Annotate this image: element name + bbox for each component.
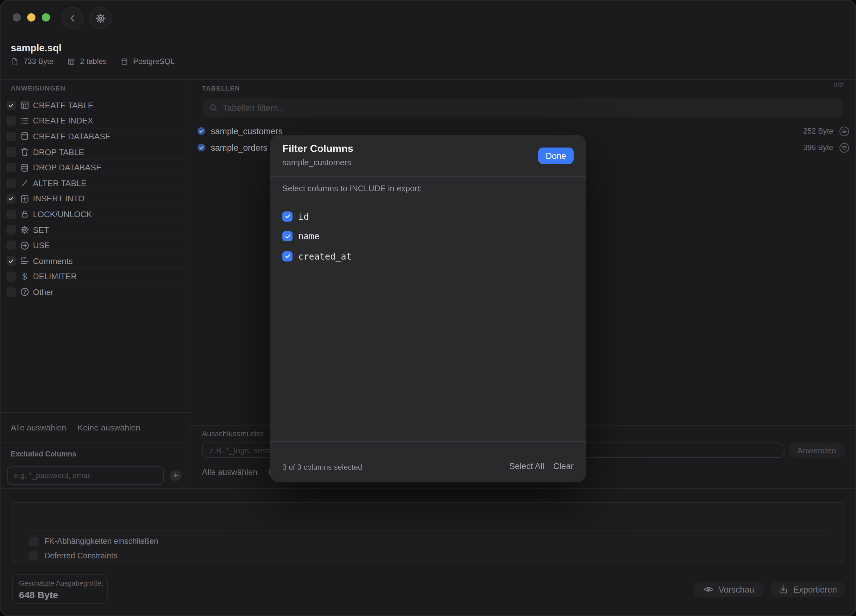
add-excluded-column-button[interactable]: +: [170, 470, 181, 481]
statement-label: INSERT INTO: [33, 194, 85, 203]
option-row[interactable]: Deferred Constraints: [28, 548, 158, 563]
export-icon: [778, 584, 788, 594]
table-grid-icon: [20, 100, 30, 111]
table-name: sample_customers: [211, 126, 283, 136]
exclusion-pattern-label: Ausschlussmuster: [202, 429, 264, 438]
option-checkbox[interactable]: [28, 537, 38, 546]
database-icon: [20, 131, 30, 142]
statement-list: CREATE TABLECREATE INDEXCREATE DATABASED…: [0, 97, 191, 300]
column-row[interactable]: id: [282, 206, 352, 226]
options-checkbox-list: FK-Abhängigkeiten einschließenDeferred C…: [28, 534, 158, 563]
select-all-link[interactable]: Select All: [509, 462, 544, 471]
settings-button[interactable]: [89, 7, 111, 29]
table-size: 396 Byte: [803, 143, 833, 152]
column-name: id: [298, 211, 309, 222]
column-row[interactable]: name: [282, 226, 352, 246]
table-filter-box[interactable]: [202, 98, 843, 117]
option-row[interactable]: FK-Abhängigkeiten einschließen: [28, 534, 158, 548]
table-checked-icon[interactable]: [197, 143, 206, 152]
statement-row[interactable]: CREATE INDEX: [0, 113, 191, 128]
pencil-slash-icon: [20, 178, 30, 188]
statement-label: USE: [33, 240, 50, 250]
statement-row[interactable]: CREATE TABLE: [0, 97, 191, 113]
export-button[interactable]: Exportieren: [771, 582, 845, 597]
statement-row[interactable]: ALTER TABLE: [0, 176, 191, 191]
back-button[interactable]: [62, 7, 83, 29]
column-row[interactable]: created_at: [282, 246, 352, 266]
excluded-columns-input[interactable]: [7, 466, 164, 485]
statement-checkbox[interactable]: [6, 287, 16, 297]
statement-checkbox[interactable]: [6, 100, 16, 110]
tables-select-all-link[interactable]: Alle auswählen: [202, 467, 257, 477]
close-button[interactable]: [13, 13, 21, 22]
minimize-button[interactable]: [27, 13, 35, 22]
sql-dialect: PostgreSQL: [133, 57, 175, 66]
statement-checkbox[interactable]: [6, 131, 16, 141]
statement-checkbox[interactable]: [6, 256, 16, 266]
modal-footer-divider: [270, 441, 586, 442]
statement-row[interactable]: USE: [0, 238, 191, 253]
statement-checkbox[interactable]: [6, 116, 16, 126]
preview-label: Vorschau: [719, 585, 754, 594]
table-name: sample_orders: [211, 143, 268, 152]
export-label: Exportieren: [793, 585, 837, 594]
estimate-label: Geschätzte Ausgabegröße:: [19, 579, 103, 587]
statement-checkbox[interactable]: [6, 163, 16, 172]
statement-checkbox[interactable]: [6, 178, 16, 188]
sidebar-select-all-link[interactable]: Alle auswählen: [11, 423, 66, 433]
question-circle-icon: ?: [20, 287, 30, 297]
modal-subtitle: sample_customers: [282, 158, 351, 167]
database-icon: [121, 57, 129, 66]
statement-checkbox[interactable]: [6, 240, 16, 250]
statement-row[interactable]: DROP DATABASE: [0, 160, 191, 176]
sidebar-section-divider2: [0, 442, 191, 443]
traffic-lights: [13, 13, 50, 22]
preview-button[interactable]: Vorschau: [694, 582, 764, 597]
apply-button[interactable]: Anwenden: [789, 442, 845, 458]
filter-columns-icon[interactable]: [839, 142, 850, 153]
statement-label: Comments: [33, 256, 73, 266]
zoom-button[interactable]: [42, 13, 50, 22]
statement-row[interactable]: ?Other: [0, 284, 191, 300]
table-checked-icon[interactable]: [197, 126, 206, 136]
modal-instruction: Select columns to INCLUDE in export:: [282, 183, 422, 193]
file-size: 733 Byte: [23, 57, 54, 66]
statement-label: SET: [33, 225, 49, 234]
statement-row[interactable]: $DELIMITER: [0, 269, 191, 284]
sidebar-section-divider: [0, 412, 191, 413]
database-stack-icon: [20, 162, 30, 172]
statement-checkbox[interactable]: [6, 194, 16, 203]
statement-row[interactable]: DROP TABLE: [0, 144, 191, 160]
filter-columns-modal: Filter Columns sample_customers Done Sel…: [270, 136, 586, 482]
filter-columns-icon[interactable]: [839, 126, 850, 136]
chevron-left-icon: [68, 13, 77, 23]
done-button[interactable]: Done: [538, 148, 574, 164]
statement-checkbox[interactable]: [6, 209, 16, 219]
column-checkbox[interactable]: [282, 211, 293, 222]
statement-checkbox[interactable]: [6, 225, 16, 235]
statement-row[interactable]: CREATE DATABASE: [0, 128, 191, 144]
statement-row[interactable]: SET: [0, 222, 191, 238]
statement-row[interactable]: Comments: [0, 253, 191, 269]
svg-text:$: $: [22, 272, 27, 282]
selection-status: 3 of 3 columns selected: [282, 463, 362, 472]
svg-text:?: ?: [23, 290, 26, 295]
statement-checkbox[interactable]: [6, 272, 16, 282]
content-bottom-divider: [0, 488, 856, 489]
column-checkbox[interactable]: [282, 231, 293, 242]
estimate-value: 648 Byte: [19, 590, 58, 600]
option-label: FK-Abhängigkeiten einschließen: [44, 537, 158, 546]
clear-link[interactable]: Clear: [553, 462, 574, 471]
option-checkbox[interactable]: [28, 551, 38, 561]
statement-label: LOCK/UNLOCK: [33, 209, 92, 219]
column-checkbox[interactable]: [282, 251, 293, 262]
statement-label: DROP TABLE: [33, 147, 84, 157]
table-count: 2 tables: [80, 57, 107, 66]
statement-row[interactable]: LOCK/UNLOCK: [0, 206, 191, 222]
table-icon: [68, 57, 75, 66]
statement-row[interactable]: INSERT INTO: [0, 191, 191, 206]
table-filter-input[interactable]: [223, 103, 836, 112]
tables-heading: TABELLEN: [202, 84, 240, 92]
sidebar-select-none-link[interactable]: Keine auswählen: [77, 423, 140, 433]
statement-checkbox[interactable]: [6, 147, 16, 157]
